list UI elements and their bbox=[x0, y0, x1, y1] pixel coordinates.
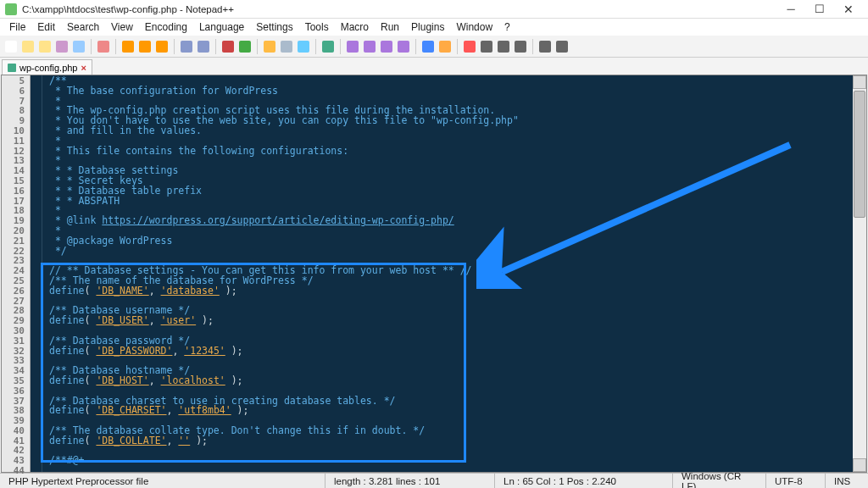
status-insert-mode: INS bbox=[826, 474, 868, 488]
toolbar-button-27[interactable] bbox=[396, 39, 411, 54]
toolbar-icon bbox=[481, 41, 492, 53]
toolbar-icon bbox=[439, 41, 451, 53]
toolbar-icon bbox=[298, 41, 309, 53]
toolbar-button-8[interactable] bbox=[120, 39, 136, 54]
editor: 5678910111213141516171819202122232425262… bbox=[1, 75, 867, 473]
toolbar-button-10[interactable] bbox=[154, 39, 170, 54]
menu-encoding[interactable]: Encoding bbox=[139, 21, 193, 33]
toolbar-separator bbox=[315, 39, 316, 54]
menu-window[interactable]: Window bbox=[450, 21, 498, 33]
menu-plugins[interactable]: Plugins bbox=[405, 21, 450, 33]
close-icon[interactable]: × bbox=[81, 63, 86, 73]
scroll-down-button[interactable] bbox=[853, 458, 866, 472]
toolbar-separator bbox=[91, 39, 92, 54]
toolbar-separator bbox=[415, 39, 416, 54]
toolbar-button-3[interactable] bbox=[54, 39, 70, 54]
menu-bar: FileEditSearchViewEncodingLanguageSettin… bbox=[0, 19, 868, 36]
toolbar-button-22[interactable] bbox=[320, 39, 336, 54]
status-encoding: UTF-8 bbox=[766, 474, 826, 488]
toolbar-button-0[interactable] bbox=[3, 39, 19, 54]
toolbar-icon bbox=[498, 41, 509, 53]
toolbar-button-12[interactable] bbox=[179, 39, 194, 54]
menu-language[interactable]: Language bbox=[193, 21, 250, 33]
toolbar-icon bbox=[364, 41, 376, 53]
toolbar-icon bbox=[322, 41, 334, 53]
toolbar-button-35[interactable] bbox=[513, 39, 528, 54]
fold-column bbox=[31, 75, 42, 472]
toolbar-icon bbox=[22, 41, 34, 53]
toolbar-icon bbox=[139, 41, 151, 53]
menu-file[interactable]: File bbox=[3, 21, 31, 33]
toolbar-icon bbox=[422, 41, 434, 53]
vertical-scrollbar[interactable] bbox=[853, 75, 866, 472]
toolbar-button-38[interactable] bbox=[554, 39, 570, 54]
line-number-gutter: 5678910111213141516171819202122232425262… bbox=[2, 75, 31, 472]
toolbar-button-24[interactable] bbox=[345, 39, 360, 54]
toolbar-button-4[interactable] bbox=[71, 39, 86, 54]
menu-view[interactable]: View bbox=[105, 21, 139, 33]
toolbar-icon bbox=[264, 41, 275, 53]
php-file-icon bbox=[8, 64, 16, 72]
toolbar-button-6[interactable] bbox=[96, 39, 111, 54]
toolbar-icon bbox=[97, 41, 109, 53]
toolbar-button-18[interactable] bbox=[262, 39, 277, 54]
status-language: PHP Hypertext Preprocessor file bbox=[0, 474, 326, 488]
scroll-track[interactable] bbox=[853, 89, 866, 458]
toolbar-icon bbox=[156, 41, 168, 53]
menu-macro[interactable]: Macro bbox=[335, 21, 375, 33]
status-eol: Windows (CR LF) bbox=[673, 474, 766, 488]
toolbar-separator bbox=[340, 39, 341, 54]
menu-tools[interactable]: Tools bbox=[299, 21, 335, 33]
scroll-thumb[interactable] bbox=[854, 91, 865, 218]
toolbar-icon bbox=[73, 41, 85, 53]
toolbar-button-32[interactable] bbox=[462, 39, 477, 54]
toolbar-icon bbox=[281, 41, 292, 53]
toolbar-separator bbox=[257, 39, 258, 54]
toolbar-button-25[interactable] bbox=[362, 39, 377, 54]
toolbar-button-30[interactable] bbox=[437, 39, 453, 54]
menu-settings[interactable]: Settings bbox=[250, 21, 298, 33]
tab-wp-config[interactable]: wp-config.php × bbox=[2, 59, 92, 75]
close-button[interactable]: ✕ bbox=[834, 0, 863, 19]
window-title: C:\xampp\htdocs\test\wp-config.php - Not… bbox=[22, 4, 776, 14]
status-bar: PHP Hypertext Preprocessor file length :… bbox=[0, 473, 868, 488]
code-area[interactable]: /** * The base configuration for WordPre… bbox=[42, 75, 853, 472]
toolbar-button-13[interactable] bbox=[196, 39, 211, 54]
menu-run[interactable]: Run bbox=[375, 21, 405, 33]
toolbar-button-2[interactable] bbox=[37, 39, 53, 54]
toolbar-button-19[interactable] bbox=[279, 39, 294, 54]
toolbar-icon bbox=[515, 41, 526, 53]
toolbar-icon bbox=[347, 41, 359, 53]
toolbar-button-15[interactable] bbox=[220, 39, 236, 54]
scroll-up-button[interactable] bbox=[853, 75, 866, 89]
app-icon bbox=[5, 3, 17, 15]
maximize-button[interactable]: ☐ bbox=[805, 0, 834, 19]
menu-search[interactable]: Search bbox=[61, 21, 105, 33]
toolbar-button-20[interactable] bbox=[296, 39, 311, 54]
toolbar-icon bbox=[5, 41, 17, 53]
toolbar-button-34[interactable] bbox=[496, 39, 511, 54]
toolbar-separator bbox=[174, 39, 175, 54]
toolbar-button-9[interactable] bbox=[137, 39, 153, 54]
toolbar-button-29[interactable] bbox=[420, 39, 436, 54]
toolbar-button-26[interactable] bbox=[379, 39, 394, 54]
minimize-button[interactable]: ─ bbox=[776, 0, 805, 19]
window-titlebar: C:\xampp\htdocs\test\wp-config.php - Not… bbox=[0, 0, 868, 19]
tab-bar: wp-config.php × bbox=[0, 58, 868, 75]
toolbar-separator bbox=[457, 39, 458, 54]
toolbar-icon bbox=[381, 41, 392, 53]
toolbar-icon bbox=[181, 41, 192, 53]
toolbar-button-1[interactable] bbox=[20, 39, 36, 54]
status-position: Ln : 65 Col : 1 Pos : 2.240 bbox=[495, 474, 673, 488]
toolbar-button-33[interactable] bbox=[479, 39, 494, 54]
status-length: length : 3.281 lines : 101 bbox=[326, 474, 495, 488]
menu-edit[interactable]: Edit bbox=[31, 21, 61, 33]
toolbar-icon bbox=[539, 41, 551, 53]
toolbar-separator bbox=[532, 39, 533, 54]
toolbar-icon bbox=[239, 41, 251, 53]
toolbar bbox=[0, 36, 868, 58]
toolbar-button-37[interactable] bbox=[537, 39, 553, 54]
toolbar-button-16[interactable] bbox=[237, 39, 253, 54]
menu-?[interactable]: ? bbox=[498, 21, 516, 33]
tab-label: wp-config.php bbox=[19, 63, 78, 73]
